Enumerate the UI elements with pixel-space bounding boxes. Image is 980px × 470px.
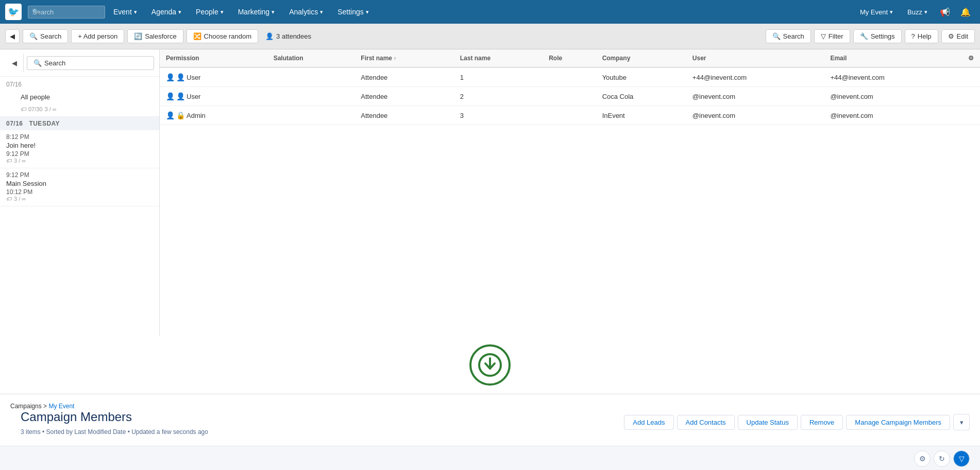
sidebar-search-area: ◀ 🔍 Search (0, 49, 159, 77)
search-button[interactable]: 🔍 Search (23, 29, 68, 43)
lastname-cell: 1 (454, 67, 543, 87)
session-join-here[interactable]: 8:12 PM Join here! 9:12 PM 🏷 3 / ∞ (0, 130, 159, 168)
role-cell (543, 67, 596, 87)
tag-icon: 🏷 (6, 196, 12, 202)
chevron-down-icon: ▾ (134, 9, 137, 15)
green-download-icon (469, 344, 511, 386)
attendee-icon: 👤 (166, 92, 175, 100)
dropdown-button[interactable]: ▾ (953, 414, 970, 430)
people-table-area: Permission Salutation First name ↑ Last … (160, 49, 980, 336)
person-icon: 👤 (265, 32, 274, 40)
wrench-icon: 🔧 (860, 32, 868, 40)
sync-indicator (0, 336, 980, 394)
chevron-down-icon: ▾ (890, 9, 893, 15)
attendee-count: 👤 3 attendees (265, 32, 311, 40)
manage-campaign-members-button[interactable]: Manage Campaign Members (846, 415, 950, 430)
bell-icon[interactable]: 🔔 (956, 3, 975, 21)
table-row[interactable]: 👤 🔒 Admin Attendee 3 InEvent @inevent.co… (160, 106, 980, 125)
col-user: User (686, 49, 824, 67)
chevron-down-icon: ▾ (178, 9, 181, 15)
role-cell (543, 106, 596, 125)
firstname-cell: Attendee (354, 106, 453, 125)
search-right-button[interactable]: 🔍 Search (766, 29, 811, 43)
user-icon: 👤 (176, 73, 185, 81)
search-icon: 🔍 (32, 8, 40, 15)
edit-button[interactable]: ⚙ Edit (941, 29, 975, 43)
col-role: Role (543, 49, 596, 67)
chevron-down-icon: ▾ (221, 9, 224, 15)
settings-gear-icon[interactable]: ⚙ (914, 450, 931, 467)
filter-icon[interactable]: ▽ (953, 450, 970, 467)
firstname-cell: Attendee (354, 67, 453, 87)
filter-button[interactable]: ▽ Filter (814, 29, 850, 43)
user-cell: @inevent.com (686, 106, 824, 125)
update-status-button[interactable]: Update Status (738, 415, 798, 430)
col-email: Email (824, 49, 962, 67)
role-cell (543, 87, 596, 106)
table-row[interactable]: 👤 👤 User Attendee 2 Coca Cola @inevent.c… (160, 87, 980, 106)
help-button[interactable]: ? Help (905, 29, 938, 43)
all-people-group: 07/16 All people (0, 77, 159, 104)
add-contacts-button[interactable]: Add Contacts (677, 415, 735, 430)
remove-button[interactable]: Remove (801, 415, 843, 430)
nav-people[interactable]: People ▾ (190, 0, 230, 24)
megaphone-icon[interactable]: 📢 (936, 3, 954, 21)
search-icon: 🔍 (29, 32, 38, 40)
lastname-cell: 2 (454, 87, 543, 106)
perm-cell: 👤 👤 User (160, 87, 267, 106)
choose-random-button[interactable]: 🔀 Choose random (187, 29, 259, 43)
main-layout: ◀ 🔍 Search 07/16 All people 🏷 07/30 3 / … (0, 49, 980, 336)
col-firstname[interactable]: First name ↑ (354, 49, 453, 67)
sync-icon: 🔄 (134, 32, 142, 40)
user-icon: 👤 (176, 92, 185, 100)
company-cell: Youtube (596, 67, 686, 87)
nav-buzz[interactable]: Buzz ▾ (901, 0, 934, 24)
salesforce-section: Campaigns > My Event Campaign Members 3 … (0, 394, 980, 470)
add-leads-button[interactable]: Add Leads (624, 415, 673, 430)
nav-agenda[interactable]: Agenda ▾ (145, 0, 188, 24)
left-sidebar: ◀ 🔍 Search 07/16 All people 🏷 07/30 3 / … (0, 49, 160, 336)
nav-settings[interactable]: Settings ▾ (331, 0, 375, 24)
sidebar-back-button[interactable]: ◀ (5, 54, 24, 72)
chevron-down-icon: ▾ (924, 9, 927, 15)
search-icon: 🔍 (772, 32, 781, 40)
col-lastname: Last name (454, 49, 543, 67)
refresh-icon[interactable]: ↻ (934, 450, 950, 467)
sort-icon: ↑ (394, 56, 396, 61)
app-logo[interactable]: 🐦 (5, 4, 22, 20)
chevron-down-icon: ▾ (272, 9, 275, 15)
sf-meta-info: 3 items • Sorted by Last Modified Date •… (10, 428, 218, 442)
breadcrumb-current[interactable]: My Event (48, 403, 74, 410)
sf-table-toolbar: ⚙ ↻ ▽ (0, 446, 980, 470)
nav-analytics[interactable]: Analytics ▾ (283, 0, 329, 24)
settings-button[interactable]: 🔧 Settings (853, 29, 902, 43)
search-icon: 🔍 (33, 59, 42, 67)
filter-icon: ▽ (821, 32, 826, 40)
nav-marketing[interactable]: Marketing ▾ (232, 0, 281, 24)
breadcrumb-campaigns[interactable]: Campaigns (10, 403, 42, 410)
sf-action-buttons: Add Leads Add Contacts Update Status Rem… (624, 414, 970, 430)
sidebar-search-button[interactable]: 🔍 Search (27, 56, 154, 70)
col-settings[interactable]: ⚙ (962, 49, 980, 67)
lastname-cell: 3 (454, 106, 543, 125)
nav-event[interactable]: Event ▾ (107, 0, 143, 24)
nav-my-event[interactable]: My Event ▾ (854, 0, 899, 24)
perm-cell: 👤 🔒 Admin (160, 106, 267, 125)
attendee-icon: 👤 (166, 111, 175, 119)
company-cell: InEvent (596, 106, 686, 125)
add-person-button[interactable]: + Add person (71, 29, 124, 43)
top-navigation: 🐦 🔍 Event ▾ Agenda ▾ People ▾ Marketing … (0, 0, 980, 24)
salesforce-button[interactable]: 🔄 Salesforce (127, 29, 183, 43)
user-cell: +44@inevent.com (686, 67, 824, 87)
col-permission: Permission (160, 49, 267, 67)
user-cell: @inevent.com (686, 87, 824, 106)
attendee-icon: 👤 (166, 73, 175, 81)
back-button[interactable]: ◀ (5, 29, 20, 43)
sf-table-controls: ⚙ ↻ ▽ (914, 450, 970, 467)
all-people-item[interactable]: All people (0, 90, 159, 104)
sf-header: Campaigns > My Event Campaign Members 3 … (0, 394, 980, 446)
email-cell: +44@inevent.com (824, 67, 962, 87)
session-main-session[interactable]: 9:12 PM Main Session 10:12 PM 🏷 3 / ∞ (0, 168, 159, 206)
perm-cell: 👤 👤 User (160, 67, 267, 87)
table-row[interactable]: 👤 👤 User Attendee 1 Youtube +44@inevent.… (160, 67, 980, 87)
